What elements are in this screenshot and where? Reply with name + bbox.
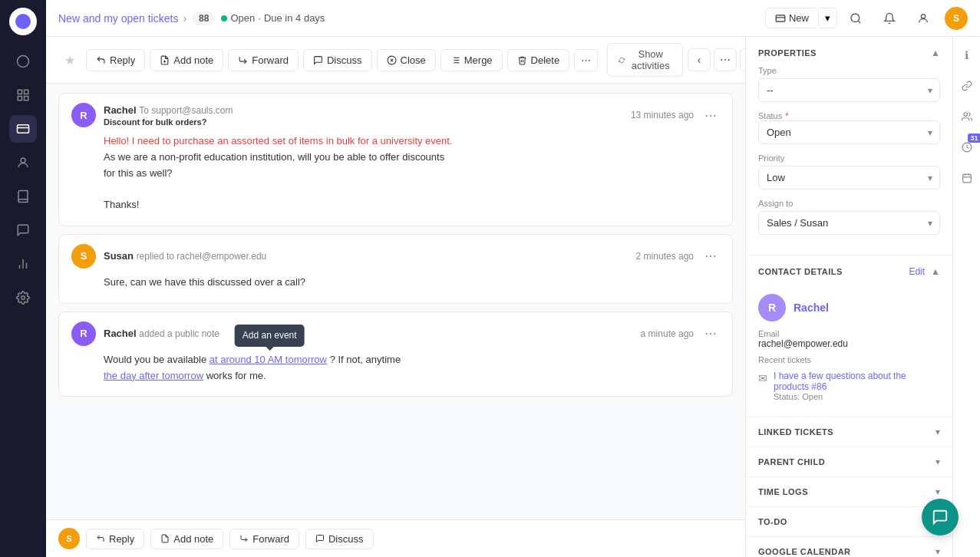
parent-child-section[interactable]: PARENT CHILD ▾ (746, 447, 952, 477)
new-btn-dropdown[interactable]: ▾ (819, 8, 837, 28)
discuss-bottom-button[interactable]: Discuss (305, 529, 374, 549)
tooltip-wrapper: at around 10 AM tomorrow Add an event (210, 354, 330, 365)
message-link-day[interactable]: the day after tomorrow (104, 370, 203, 381)
search-icon[interactable] (843, 6, 868, 31)
google-calendar-section[interactable]: GOOGLE CALENDAR ▾ (746, 537, 952, 557)
status-select-wrapper: Open (758, 120, 940, 144)
user-avatar[interactable]: S (945, 7, 968, 30)
contact-row: R Rachel (758, 294, 940, 321)
nav-prev-button[interactable]: ‹ (688, 48, 711, 71)
clock-badge-icon[interactable]: 31 (956, 137, 978, 158)
link-icon[interactable] (956, 75, 978, 97)
message-header: S Susan replied to rachel@empower.edu 2 … (59, 235, 732, 275)
svg-point-12 (851, 14, 860, 22)
reply-avatar: S (58, 528, 80, 549)
reply-bottom-button[interactable]: Reply (86, 529, 144, 549)
sidebar-item-tickets[interactable] (9, 115, 37, 143)
time-logs-title: TIME LOGS (758, 487, 808, 496)
linked-tickets-section[interactable]: LINKED TICKETS ▾ (746, 417, 952, 447)
calendar-icon[interactable] (956, 167, 978, 189)
properties-toggle: ▲ (931, 48, 940, 58)
google-calendar-toggle: ▾ (935, 546, 940, 557)
forward-bottom-button[interactable]: Forward (229, 529, 299, 549)
status-required-star: * (785, 111, 788, 120)
type-select-wrapper: -- (758, 78, 940, 102)
assign-select[interactable]: Sales / Susan (758, 211, 940, 235)
dot-separator: · (258, 12, 261, 24)
svg-rect-2 (25, 90, 28, 94)
svg-rect-5 (18, 125, 29, 133)
new-button[interactable]: New (765, 8, 819, 28)
discuss-label: Discuss (327, 54, 362, 66)
sender-avatar: R (71, 321, 96, 346)
add-note-button[interactable]: Add note (150, 49, 223, 71)
close-button[interactable]: Close (377, 49, 436, 71)
message-replied-to: replied to rachel@empower.edu (137, 251, 267, 262)
message-sender: Susan replied to rachel@empower.edu (104, 250, 629, 262)
user-icon[interactable] (911, 6, 935, 31)
recent-tickets-label: Recent tickets (758, 355, 940, 364)
message-card: S Susan replied to rachel@empower.edu 2 … (58, 234, 733, 304)
sidebar-item-settings[interactable] (9, 284, 37, 311)
contact-name[interactable]: Rachel (794, 302, 829, 314)
toolbar-more-button[interactable]: ⋯ (574, 49, 598, 71)
contact-details-header[interactable]: CONTACT DETAILS Edit ▲ (746, 255, 952, 285)
sidebar-item-home[interactable] (9, 48, 37, 75)
contact-edit-button[interactable]: Edit (909, 266, 925, 277)
add-note-bottom-button[interactable]: Add note (150, 529, 223, 549)
breadcrumb[interactable]: New and my open tickets › (58, 12, 186, 25)
forward-label: Forward (252, 54, 289, 66)
time-logs-section[interactable]: TIME LOGS ▾ (746, 477, 952, 507)
merge-button[interactable]: Merge (441, 49, 503, 71)
chat-fab[interactable] (922, 499, 959, 536)
parent-child-title: PARENT CHILD (758, 457, 825, 466)
nav-more-button[interactable]: ⋯ (714, 48, 737, 71)
email-value: rachel@empower.edu (758, 338, 940, 349)
message-action: added a public note (139, 328, 219, 339)
svg-rect-32 (962, 174, 971, 183)
breadcrumb-separator: › (183, 12, 186, 25)
properties-section: PROPERTIES ▲ Type -- Status (746, 37, 952, 255)
main-area: New and my open tickets › 88 Open · Due … (46, 0, 980, 557)
star-button[interactable]: ★ (58, 48, 81, 72)
person-group-icon[interactable] (956, 106, 978, 127)
message-more-button[interactable]: ⋯ (701, 108, 720, 123)
sidebar-item-unknown[interactable] (9, 81, 37, 109)
info-icon[interactable]: ℹ (956, 44, 978, 66)
todo-section[interactable]: TO-DO ▾ (746, 507, 952, 537)
recent-ticket-link[interactable]: I have a few questions about the product… (774, 371, 940, 392)
priority-label: Priority (758, 153, 940, 163)
message-meta: Rachel added a public note (104, 328, 633, 339)
sidebar-item-chat[interactable] (9, 216, 37, 244)
status-badge: Open · Due in 4 days (221, 12, 325, 24)
notification-icon[interactable] (877, 6, 902, 31)
discuss-button[interactable]: Discuss (303, 49, 372, 71)
forward-button[interactable]: Forward (228, 49, 299, 71)
show-activities-button[interactable]: Show activities (607, 43, 683, 77)
reply-button[interactable]: Reply (86, 49, 145, 71)
sidebar-item-reports[interactable] (9, 250, 37, 278)
priority-select[interactable]: Low (758, 166, 940, 190)
nav-next-button[interactable]: › (740, 48, 745, 71)
message-more-button[interactable]: ⋯ (701, 326, 720, 341)
message-more-button[interactable]: ⋯ (701, 249, 720, 263)
top-header: New and my open tickets › 88 Open · Due … (46, 0, 980, 37)
thread-area: ★ Reply Add note Forward Discuss (46, 37, 745, 557)
message-link-time[interactable]: at around 10 AM tomorrow (210, 354, 327, 365)
contact-avatar: R (758, 294, 786, 321)
message-text-before: Would you be available (104, 354, 210, 365)
message-meta: Rachel To support@sauls.com Discount for… (104, 104, 623, 127)
message-time: 13 minutes ago (631, 110, 694, 120)
properties-header[interactable]: PROPERTIES ▲ (746, 37, 952, 66)
delete-button[interactable]: Delete (507, 49, 570, 71)
svg-line-13 (858, 21, 860, 23)
svg-point-14 (921, 14, 925, 18)
type-select[interactable]: -- (758, 78, 940, 102)
sidebar-item-knowledge[interactable] (9, 183, 37, 210)
sidebar-item-contacts[interactable] (9, 149, 37, 176)
time-logs-toggle: ▾ (935, 486, 940, 497)
reply-label: Reply (110, 54, 135, 66)
sidebar-logo[interactable] (9, 8, 37, 35)
add-note-bottom-label: Add note (173, 533, 213, 545)
status-select[interactable]: Open (758, 120, 940, 144)
